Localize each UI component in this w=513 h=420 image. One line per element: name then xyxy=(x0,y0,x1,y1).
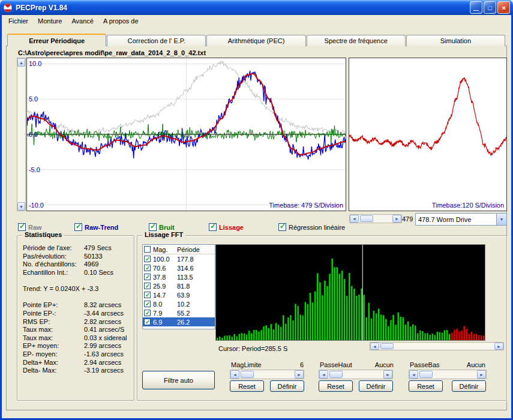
fft-table-row-0[interactable]: 100.0177.8 xyxy=(143,254,215,263)
maximize-button[interactable]: □ xyxy=(484,1,496,14)
checkbox[interactable] xyxy=(144,319,151,325)
fft-table-row-6[interactable]: 7.955.2 xyxy=(143,308,215,317)
checkbox[interactable] xyxy=(18,223,26,231)
scroll-track[interactable] xyxy=(418,370,477,379)
scroll-right-button[interactable]: ► xyxy=(383,370,392,379)
scroll-track[interactable] xyxy=(379,343,494,350)
fft-table-row-1[interactable]: 70.6314.6 xyxy=(143,263,215,272)
menu-item-0[interactable]: Fichier xyxy=(4,16,33,26)
legend-item-4[interactable]: Régression linéaire xyxy=(278,223,345,231)
minimize-button[interactable]: — xyxy=(470,1,482,14)
scroll-thumb[interactable] xyxy=(360,215,373,222)
checkbox[interactable] xyxy=(144,274,151,280)
arrow-left-icon: ◄ xyxy=(352,217,356,221)
scroll-track[interactable] xyxy=(359,215,392,223)
tab-2[interactable]: Arithmétique (PEC) xyxy=(206,35,305,46)
high-pass-scrollbar[interactable]: ◄ ► xyxy=(319,370,393,379)
scroll-thumb[interactable] xyxy=(241,371,254,378)
legend-item-3[interactable]: Lissage xyxy=(209,223,278,231)
scroll-thumb[interactable] xyxy=(329,371,343,378)
scroll-left-button[interactable]: ◄ xyxy=(230,370,239,379)
checkbox[interactable] xyxy=(144,283,151,289)
scroll-track[interactable] xyxy=(239,370,295,379)
scroll-left-button[interactable]: ◄ xyxy=(319,370,328,379)
chevron-down-icon[interactable]: ▼ xyxy=(496,214,506,225)
title-bar[interactable]: PECPrep V1.84 — □ × xyxy=(0,0,513,15)
scroll-left-button[interactable]: ◄ xyxy=(350,215,359,223)
menu-item-1[interactable]: Monture xyxy=(33,16,67,26)
select-all-checkbox[interactable] xyxy=(144,246,151,253)
scroll-thumb[interactable] xyxy=(419,371,433,378)
low-pass-reset-button[interactable]: Reset xyxy=(409,380,443,392)
menu-bar: FichierMontureAvancéA propos de xyxy=(2,15,511,27)
legend-label: Raw-Trend xyxy=(85,224,118,231)
fft-chart-scrollbar[interactable]: ◄ ► xyxy=(370,342,504,350)
mag-limit-label: MagLimite xyxy=(231,361,262,368)
checkbox[interactable] xyxy=(74,223,82,231)
fft-table-row-5[interactable]: 8.010.2 xyxy=(143,299,215,308)
checkbox[interactable] xyxy=(209,223,217,231)
tab-1[interactable]: Correction de l' E.P. xyxy=(107,35,206,46)
scroll-right-button[interactable]: ► xyxy=(392,215,401,223)
auto-filter-button[interactable]: Filtre auto xyxy=(142,371,215,389)
scroll-thumb[interactable] xyxy=(380,343,394,349)
stat-label: Pointe EP+: xyxy=(23,301,84,310)
low-pass-scrollbar[interactable]: ◄ ► xyxy=(409,370,487,379)
checkbox[interactable] xyxy=(149,223,157,231)
main-chart-vertical-scrollbar[interactable]: ▲ ▼ xyxy=(17,58,26,211)
scroll-left-button[interactable]: ◄ xyxy=(370,343,379,350)
stat-row: RMS EP:2.82 arcsecs xyxy=(17,318,134,326)
stat-value: -3.44 arcsecs xyxy=(84,310,124,318)
mag-limit-scrollbar[interactable]: ◄ ► xyxy=(230,370,304,379)
menu-item-3[interactable]: A propos de xyxy=(98,16,143,26)
scroll-right-button[interactable]: ► xyxy=(477,370,486,379)
periodic-error-chart[interactable]: 10.05.00.0-5.0-10.0Timebase: 479 S/Divis… xyxy=(26,58,346,211)
close-button[interactable]: × xyxy=(497,1,510,14)
fft-table-row-3[interactable]: 25.981.8 xyxy=(143,281,215,290)
checkbox[interactable] xyxy=(144,292,151,298)
legend-item-2[interactable]: Bruit xyxy=(149,223,209,231)
low-pass-define-button[interactable]: Définir xyxy=(452,380,486,392)
arrow-right-icon: ► xyxy=(395,217,399,221)
high-pass-define-button[interactable]: Définir xyxy=(359,380,393,392)
legend-item-1[interactable]: Raw-Trend xyxy=(74,223,149,231)
scroll-left-button[interactable]: ◄ xyxy=(409,370,418,379)
scroll-down-button[interactable]: ▼ xyxy=(17,202,25,211)
fft-table-row-2[interactable]: 37.8113.5 xyxy=(143,272,215,281)
checkbox[interactable] xyxy=(144,310,151,316)
checkbox[interactable] xyxy=(144,256,151,262)
stat-row: EP+ moyen:2.99 arcsecs xyxy=(17,342,134,350)
stat-row: Delta+ Max:2.94 arcsecs xyxy=(17,359,134,367)
arrow-up-icon: ▲ xyxy=(19,61,23,65)
checkbox[interactable] xyxy=(278,223,286,231)
mag-limit-reset-button[interactable]: Reset xyxy=(230,380,264,392)
scroll-right-button[interactable]: ► xyxy=(295,370,304,379)
high-pass-value: Aucun xyxy=(362,361,394,368)
worm-period-chart[interactable]: Timebase:120 S/Division xyxy=(349,58,507,211)
fft-table-row-7[interactable]: 6.926.2 xyxy=(143,317,215,326)
mag-limit-value: 6 xyxy=(278,361,304,368)
scroll-track[interactable] xyxy=(328,370,383,379)
scroll-track[interactable] xyxy=(17,67,25,202)
tab-3[interactable]: Spectre de fréquence xyxy=(307,35,406,46)
scroll-up-button[interactable]: ▲ xyxy=(17,58,25,67)
tab-4[interactable]: Simulation xyxy=(406,35,505,46)
fft-spectrum-chart[interactable] xyxy=(215,244,485,341)
mag-limit-define-button[interactable]: Définir xyxy=(270,380,304,392)
legend-item-0[interactable]: Raw xyxy=(18,223,74,231)
checkbox[interactable] xyxy=(144,265,151,271)
scroll-right-button[interactable]: ► xyxy=(494,343,503,350)
high-pass-reset-button[interactable]: Reset xyxy=(319,380,353,392)
fft-period-value: 113.5 xyxy=(176,274,215,281)
worm-position-scrollbar[interactable]: ◄ ► xyxy=(349,214,402,223)
fft-table-body: 100.0177.870.6314.637.8113.525.981.814.7… xyxy=(143,254,215,326)
worm-period-combobox[interactable]: 478.7 Worm Drive ▼ xyxy=(415,213,507,226)
low-pass-value: Aucun xyxy=(454,361,485,368)
minimize-icon: — xyxy=(473,7,479,13)
arrow-left-icon: ◄ xyxy=(373,344,377,349)
fft-table-row-4[interactable]: 14.763.9 xyxy=(143,290,215,299)
checkbox[interactable] xyxy=(144,301,151,307)
stat-value: 0.10 Secs xyxy=(84,269,113,277)
tab-0[interactable]: Erreur Périodique xyxy=(7,34,106,46)
menu-item-2[interactable]: Avancé xyxy=(67,16,98,26)
